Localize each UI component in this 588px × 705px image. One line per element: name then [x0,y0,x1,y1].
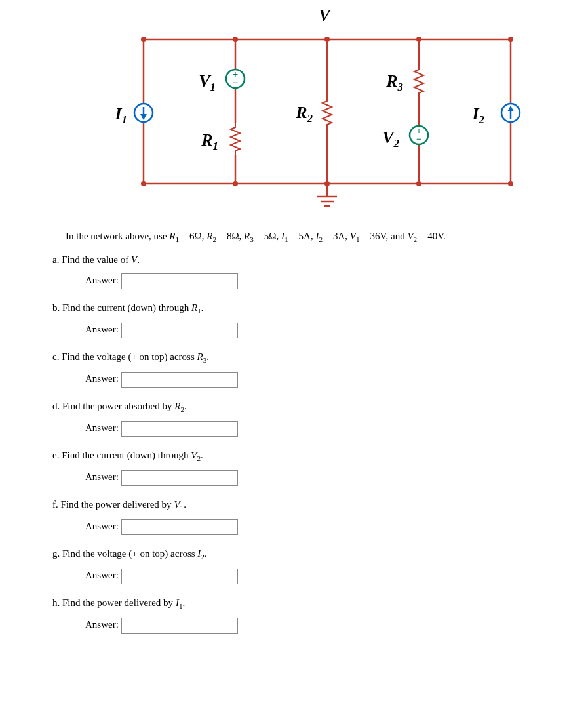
label-V2: V2 [382,128,399,150]
svg-point-35 [416,181,421,186]
answer-label-e: Answer: [85,472,119,483]
label-V1: V1 [199,71,216,93]
svg-point-28 [233,37,238,42]
svg-text:−: − [416,134,421,144]
answer-input-f[interactable] [121,519,238,535]
svg-marker-24 [140,114,147,120]
question-h: h. Find the power delivered by I1. [52,597,549,610]
svg-text:−: − [232,77,238,88]
label-V: V [319,6,332,25]
question-g: g. Find the voltage (+ on top) across I2… [52,548,549,561]
answer-label-b: Answer: [85,324,119,335]
svg-marker-26 [507,106,514,111]
question-c: c. Find the voltage (+ on top) across R3… [52,352,549,364]
answer-label-g: Answer: [85,570,119,581]
question-b: b. Find the current (down) through R1. [52,302,549,315]
answer-input-c[interactable] [121,372,238,388]
svg-point-29 [324,37,330,42]
label-R1: R1 [201,131,218,152]
answer-label-h: Answer: [85,619,119,630]
answer-input-d[interactable] [121,421,238,437]
answer-label-c: Answer: [85,373,119,384]
answer-input-b[interactable] [121,323,238,338]
question-a: a. Find the value of V. [52,254,549,266]
answer-input-g[interactable] [121,569,238,584]
question-f: f. Find the power delivered by V1. [52,499,549,512]
label-I2: I2 [471,104,484,126]
svg-point-31 [508,37,513,42]
question-d: d. Find the power absorbed by R2. [52,401,549,413]
label-I1: I1 [114,104,127,126]
answer-label-a: Answer: [85,275,119,286]
answer-label-d: Answer: [85,422,119,433]
answer-input-a[interactable] [121,273,238,289]
question-e: e. Find the current (down) through V2. [52,450,549,462]
svg-point-32 [141,181,146,186]
svg-point-27 [141,37,146,42]
answer-input-e[interactable] [121,470,238,486]
circuit-diagram: +− +− V V1 R1 R2 R3 V2 I1 I2 [65,0,524,216]
answer-label-f: Answer: [85,521,119,532]
label-R2: R2 [295,103,313,125]
svg-point-36 [508,181,513,186]
svg-point-33 [233,181,238,186]
problem-statement: In the network above, use R1 = 6Ω, R2 = … [66,230,549,245]
answer-input-h[interactable] [121,618,238,634]
svg-point-34 [324,181,330,186]
svg-point-30 [416,37,421,42]
label-R3: R3 [385,71,403,93]
